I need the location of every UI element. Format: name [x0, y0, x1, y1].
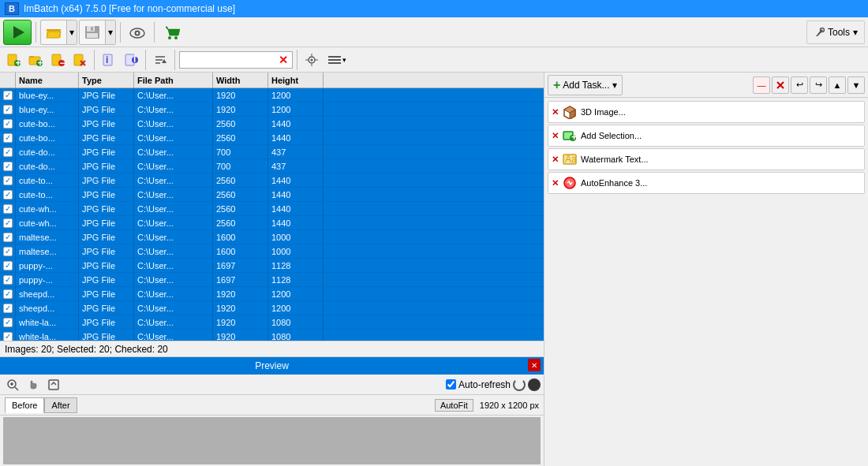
task-item[interactable]: ✕ Aa Watermark Text... — [548, 148, 865, 170]
stop-button[interactable] — [528, 378, 541, 391]
checkbox-icon[interactable]: ✓ — [3, 190, 13, 199]
cell-check: ✓ — [0, 173, 16, 187]
remove-file-button[interactable]: − — [47, 50, 68, 69]
save-button[interactable]: ▾ — [79, 20, 116, 45]
pan-button[interactable] — [24, 375, 43, 394]
table-row[interactable]: ✓ sheepd... JPG File C:\User... 1920 120… — [0, 301, 544, 315]
checkbox-icon[interactable]: ✓ — [3, 162, 13, 171]
before-tab[interactable]: Before — [5, 397, 44, 413]
cell-name: puppy-... — [16, 259, 79, 272]
task-item[interactable]: ✕ + Add Selection... — [548, 125, 865, 147]
add-task-button[interactable]: + Add Task... ▾ — [548, 75, 623, 95]
search-input[interactable] — [181, 54, 276, 65]
sort-button[interactable] — [150, 50, 170, 69]
table-row[interactable]: ✓ cute-bo... JPG File C:\User... 2560 14… — [0, 131, 544, 145]
zoom-in-button[interactable] — [3, 375, 22, 394]
checkbox-icon[interactable]: ✓ — [3, 304, 13, 313]
table-row[interactable]: ✓ cute-do... JPG File C:\User... 700 437 — [0, 159, 544, 173]
svg-rect-42 — [316, 59, 318, 60]
checkbox-icon[interactable]: ✓ — [3, 318, 13, 327]
right-panel: + Add Task... ▾ — ↩ ↪ ▲ ▼ ✕ 3D Imag — [544, 73, 868, 466]
autofit-button[interactable]: AutoFit — [435, 399, 473, 412]
col-header-type[interactable]: Type — [79, 73, 134, 88]
search-clear-button[interactable]: ✕ — [276, 54, 290, 66]
col-header-name[interactable]: Name — [16, 73, 79, 88]
checkbox-icon[interactable]: ✓ — [3, 147, 13, 157]
auto-refresh-label: Auto-refresh — [458, 379, 511, 390]
checkbox-icon[interactable]: ✓ — [3, 261, 13, 270]
checkbox-icon[interactable]: ✓ — [3, 133, 13, 143]
table-row[interactable]: ✓ white-la... JPG File C:\User... 1920 1… — [0, 315, 544, 330]
tools-button[interactable]: Tools ▾ — [806, 21, 865, 44]
task-redo-button[interactable]: ↪ — [810, 76, 827, 94]
cart-button[interactable] — [159, 21, 184, 44]
table-row[interactable]: ✓ cute-wh... JPG File C:\User... 2560 14… — [0, 216, 544, 230]
svg-rect-40 — [312, 64, 312, 66]
open-button[interactable]: ▾ — [40, 20, 77, 45]
checkbox-icon[interactable]: ✓ — [3, 233, 13, 242]
cell-check: ✓ — [0, 315, 16, 329]
checkbox-icon[interactable]: ✓ — [3, 218, 13, 228]
checkbox-icon[interactable]: ✓ — [3, 247, 13, 256]
table-row[interactable]: ✓ puppy-... JPG File C:\User... 1697 112… — [0, 273, 544, 287]
table-row[interactable]: ✓ puppy-... JPG File C:\User... 1697 112… — [0, 259, 544, 273]
run-batch-button[interactable] — [3, 20, 32, 45]
table-row[interactable]: ✓ maltese... JPG File C:\User... 1600 10… — [0, 244, 544, 259]
hand-icon — [27, 378, 39, 391]
file-info-button[interactable]: i — [99, 50, 119, 69]
cell-check: ✓ — [0, 287, 16, 300]
table-row[interactable]: ✓ cute-bo... JPG File C:\User... 2560 14… — [0, 117, 544, 131]
checkbox-icon[interactable]: ✓ — [3, 105, 13, 114]
svg-rect-45 — [328, 62, 341, 64]
list-view-button[interactable]: ▾ — [324, 50, 350, 69]
table-row[interactable]: ✓ blue-ey... JPG File C:\User... 1920 12… — [0, 103, 544, 117]
file-list-container: Name Type File Path Width Height ✓ blue-… — [0, 73, 544, 341]
add-sel-icon: + — [563, 129, 577, 143]
task-item[interactable]: ✕ AutoEnhance 3... — [548, 172, 865, 194]
reset-view-button[interactable] — [44, 375, 63, 394]
toolbar1: ▾ ▾ — [0, 17, 868, 47]
checkbox-icon[interactable]: ✓ — [3, 119, 13, 129]
table-row[interactable]: ✓ white-la... JPG File C:\User... 1920 1… — [0, 330, 544, 341]
task-remove-button[interactable]: — — [753, 76, 770, 94]
file-info2-button[interactable]: i — [121, 50, 141, 69]
checkbox-icon[interactable]: ✓ — [3, 332, 13, 341]
table-row[interactable]: ✓ cute-to... JPG File C:\User... 2560 14… — [0, 188, 544, 202]
table-row[interactable]: ✓ cute-wh... JPG File C:\User... 2560 14… — [0, 202, 544, 216]
preview-close-button[interactable]: ✕ — [528, 359, 541, 371]
table-row[interactable]: ✓ cute-to... JPG File C:\User... 2560 14… — [0, 173, 544, 188]
col-header-width[interactable]: Width — [213, 73, 268, 88]
task-delete-button[interactable] — [772, 76, 789, 94]
table-row[interactable]: ✓ maltese... JPG File C:\User... 1600 10… — [0, 230, 544, 244]
checkbox-icon[interactable]: ✓ — [3, 176, 13, 185]
auto-refresh-checkbox[interactable] — [446, 379, 456, 390]
cell-name: blue-ey... — [16, 88, 79, 102]
cell-path: C:\User... — [134, 88, 213, 102]
view-button[interactable] — [125, 21, 150, 44]
checkbox-icon[interactable]: ✓ — [3, 275, 13, 285]
preview-header: Preview ✕ — [0, 357, 544, 375]
col-header-check[interactable] — [0, 73, 16, 88]
add-folder-button[interactable]: + — [25, 50, 46, 69]
checkbox-icon[interactable]: ✓ — [3, 204, 13, 214]
col-header-height[interactable]: Height — [268, 73, 324, 88]
task-item[interactable]: ✕ 3D Image... — [548, 101, 865, 123]
svg-point-38 — [311, 58, 313, 61]
task-down-button[interactable]: ▼ — [847, 76, 865, 94]
col-header-filepath[interactable]: File Path — [134, 73, 213, 88]
after-tab[interactable]: After — [44, 397, 77, 413]
task-label: 3D Image... — [581, 107, 626, 117]
cell-width: 1920 — [213, 315, 268, 329]
task-undo-button[interactable]: ↩ — [791, 76, 808, 94]
task-up-button[interactable]: ▲ — [829, 76, 846, 94]
remove-all-button[interactable] — [69, 50, 90, 69]
checkbox-icon[interactable]: ✓ — [3, 289, 13, 299]
table-row[interactable]: ✓ blue-ey... JPG File C:\User... 1920 12… — [0, 88, 544, 103]
cell-width: 2560 — [213, 131, 268, 144]
add-file-button[interactable]: + — [3, 50, 24, 69]
table-row[interactable]: ✓ sheepd... JPG File C:\User... 1920 120… — [0, 287, 544, 301]
table-row[interactable]: ✓ cute-do... JPG File C:\User... 700 437 — [0, 145, 544, 159]
settings-button[interactable] — [301, 50, 322, 69]
checkbox-icon[interactable]: ✓ — [3, 91, 13, 100]
cell-check: ✓ — [0, 244, 16, 258]
